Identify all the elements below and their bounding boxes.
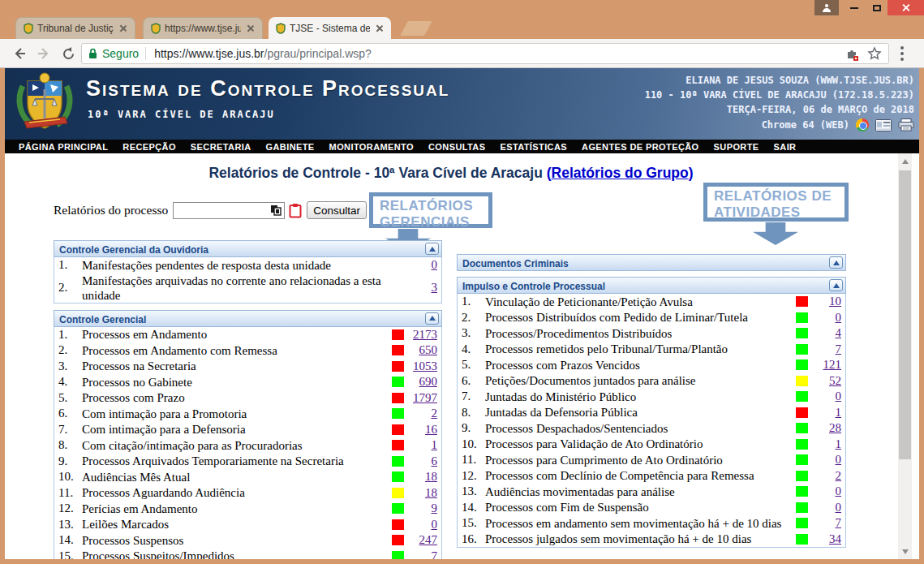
status-square [796, 471, 808, 481]
tab-tjse-site[interactable]: https://www.tjse.jus.br/cc [143, 17, 263, 39]
extension-puzzle-icon[interactable] [845, 47, 859, 61]
menu-item[interactable]: SAIR [767, 142, 804, 152]
browser-menu-button[interactable] [900, 46, 904, 61]
report-count-link[interactable]: 18 [425, 470, 437, 483]
menu-item[interactable]: AGENTES DE PROTEÇÃO [574, 142, 707, 152]
tab-close-icon[interactable] [373, 22, 386, 35]
report-row: 2. Manifestações arquivadas no corrente … [54, 273, 441, 303]
minimize-button[interactable] [844, 0, 865, 15]
tab-strip: Tribunal de Justiça de Se https://www.tj… [0, 16, 924, 39]
report-count-link[interactable]: 247 [419, 533, 438, 546]
menu-item[interactable]: SUPORTE [707, 142, 767, 152]
reload-icon [62, 47, 75, 61]
report-count-link[interactable]: 0 [836, 453, 842, 466]
report-count-link[interactable]: 6 [432, 454, 438, 467]
status-square [392, 471, 404, 482]
report-count-link[interactable]: 18 [425, 486, 437, 499]
menu-item[interactable]: ESTATÍSTICAS [492, 142, 574, 152]
report-count-link[interactable]: 650 [419, 343, 438, 356]
menu-item[interactable]: MONITORAMENTO [322, 142, 421, 152]
tab-tribunal[interactable]: Tribunal de Justiça de Se [15, 17, 135, 39]
report-count-link[interactable]: 0 [836, 501, 842, 514]
close-window-button[interactable] [887, 0, 924, 15]
chevron-up-icon [833, 260, 840, 265]
report-count-link[interactable]: 0 [836, 390, 842, 403]
browser-toolbar: Seguro https://www.tjse.jus.br/pgrau/pri… [0, 39, 924, 68]
page-scrollbar[interactable] [898, 153, 912, 559]
report-count-link[interactable]: 690 [419, 375, 438, 388]
status-square [796, 407, 808, 418]
report-count-link[interactable]: 1 [432, 438, 438, 451]
menu-item[interactable]: GABINETE [259, 142, 322, 152]
report-count-link[interactable]: 7 [836, 342, 842, 355]
report-count-link[interactable]: 2173 [413, 328, 437, 341]
copy-pages-icon[interactable] [270, 205, 282, 217]
report-count-link[interactable]: 1 [836, 437, 842, 450]
tab-active-sistema[interactable]: TJSE - Sistema de Contro [269, 17, 391, 39]
report-count-link[interactable]: 0 [432, 518, 438, 531]
tab-close-icon[interactable] [244, 22, 257, 35]
report-count-link[interactable]: 0 [432, 258, 438, 271]
tjse-favicon [275, 23, 286, 34]
forward-button[interactable] [34, 44, 54, 63]
collapse-panel-button[interactable] [829, 279, 843, 291]
report-count-link[interactable]: 121 [823, 358, 842, 371]
id-card-icon[interactable] [875, 119, 892, 131]
status-square [392, 488, 404, 498]
new-tab-button[interactable] [400, 21, 432, 36]
address-bar[interactable]: Seguro https://www.tjse.jus.br/pgrau/pri… [81, 43, 889, 64]
report-count-link[interactable]: 1 [836, 406, 842, 419]
panel-controle-gerencial: Controle Gerencial 1. Processos em Andam… [54, 310, 442, 560]
report-count-link[interactable]: 9 [432, 502, 438, 514]
scrollbar-thumb[interactable] [899, 170, 911, 459]
report-count-link[interactable]: 0 [836, 311, 842, 324]
report-count-link[interactable]: 34 [829, 532, 841, 545]
menu-item[interactable]: RECEPÇÃO [115, 142, 183, 152]
report-count-link[interactable]: 2 [432, 407, 438, 420]
panel-controle-gerencial-header: Controle Gerencial [54, 310, 442, 327]
report-row: 14. Processos com Fim de Suspensão 0 [458, 500, 845, 516]
collapse-panel-button[interactable] [425, 312, 439, 325]
tab-close-icon[interactable] [117, 22, 130, 35]
back-button[interactable] [10, 44, 29, 63]
report-count-link[interactable]: 10 [829, 295, 841, 308]
status-square [392, 440, 404, 450]
report-row: 6. Com intimação para a Promotoria 2 [54, 406, 441, 422]
process-number-input[interactable] [173, 202, 285, 219]
report-count-link[interactable]: 7 [836, 516, 842, 529]
menu-item[interactable]: PÁGINA PRINCIPAL [11, 142, 115, 152]
collapse-panel-button[interactable] [829, 256, 843, 269]
report-count-link[interactable]: 1797 [413, 391, 437, 404]
report-row: 9. Processos Despachados/Sentenciados 28 [458, 420, 845, 437]
forward-arrow-icon [37, 46, 51, 61]
report-row: 14. Processos Suspensos 247 [54, 532, 441, 549]
report-count-link[interactable]: 28 [829, 421, 841, 434]
report-count-link[interactable]: 52 [829, 374, 841, 387]
report-count-link[interactable]: 16 [425, 423, 437, 436]
scroll-up-arrow-icon[interactable] [898, 154, 912, 168]
group-reports-link[interactable]: (Relatórios do Grupo) [547, 165, 694, 181]
report-row: 15. Processos Suspeitos/Impedidos 7 [54, 549, 441, 560]
consult-button[interactable]: Consultar [307, 201, 367, 219]
scroll-down-arrow-icon[interactable] [898, 545, 912, 558]
maximize-button[interactable] [866, 0, 887, 15]
report-count-link[interactable]: 2 [836, 469, 842, 482]
status-square [392, 503, 404, 514]
report-count-link[interactable]: 0 [836, 484, 842, 497]
report-count-link[interactable]: 3 [432, 281, 438, 294]
report-row: 12. Perícias em Andamento 9 [54, 501, 441, 517]
report-row: 9. Processos Arquivados Temporariamente … [54, 454, 441, 470]
report-count-link[interactable]: 1053 [413, 359, 437, 372]
report-count-link[interactable]: 7 [432, 549, 438, 559]
chevron-up-icon [833, 283, 840, 288]
clipboard-icon[interactable] [289, 203, 302, 218]
collapse-panel-button[interactable] [425, 243, 439, 255]
report-count-link[interactable]: 4 [836, 326, 842, 339]
profile-button[interactable] [814, 0, 839, 15]
menu-item[interactable]: SECRETARIA [183, 142, 259, 152]
menu-item[interactable]: CONSULTAS [421, 142, 492, 152]
bookmark-star-icon[interactable] [867, 46, 882, 61]
printer-icon[interactable] [898, 118, 914, 131]
status-square [796, 423, 808, 433]
reload-button[interactable] [58, 44, 78, 63]
